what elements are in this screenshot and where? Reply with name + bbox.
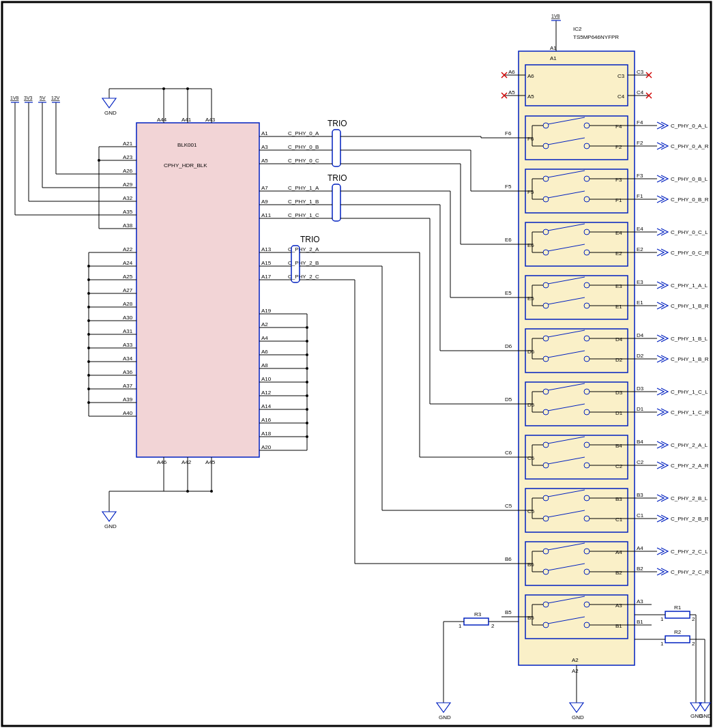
svg-text:A1: A1 (261, 130, 268, 136)
svg-text:C_PHY_1_B_R: C_PHY_1_B_R (671, 303, 709, 309)
trio-label-1: TRIO (328, 173, 347, 183)
svg-text:D1: D1 (615, 410, 623, 416)
svg-text:A10: A10 (261, 376, 272, 382)
svg-text:B1: B1 (637, 619, 643, 625)
block-refdes: BLK001 (177, 142, 197, 148)
svg-text:E4: E4 (615, 230, 622, 236)
svg-text:E4: E4 (637, 226, 643, 232)
rail-5v: 5V (40, 96, 46, 100)
svg-point-73 (87, 292, 90, 295)
svg-text:C6: C6 (505, 450, 512, 456)
svg-text:A3: A3 (637, 598, 643, 605)
svg-text:C_PHY_1_C_R: C_PHY_1_C_R (671, 409, 709, 416)
svg-text:GND: GND (572, 714, 584, 720)
svg-marker-27 (102, 512, 116, 521)
pin-a45: A45 (205, 459, 216, 465)
svg-rect-451 (665, 636, 690, 643)
svg-text:C3: C3 (617, 73, 625, 79)
svg-text:A21: A21 (123, 141, 133, 147)
svg-point-138 (306, 408, 308, 411)
svg-text:D1: D1 (637, 406, 644, 412)
svg-text:F1: F1 (615, 197, 622, 203)
svg-text:B6: B6 (505, 556, 512, 562)
svg-text:F2: F2 (615, 144, 622, 150)
block-cphy-hdr: BLK001 CPHY_HDR_BLK A44 A41 A43 GND A46 (15, 87, 319, 529)
gnd-label-top: GND (104, 110, 117, 116)
pin-a44: A44 (157, 117, 167, 123)
svg-text:C_PHY_2_B_R: C_PHY_2_B_R (671, 516, 709, 522)
svg-text:A13: A13 (261, 246, 272, 252)
svg-text:C_PHY_1_B: C_PHY_1_B (288, 199, 319, 205)
svg-text:A17: A17 (261, 274, 272, 280)
svg-marker-182 (570, 703, 583, 712)
svg-text:D6: D6 (505, 343, 512, 349)
svg-marker-446 (437, 703, 450, 712)
svg-text:F5: F5 (505, 184, 512, 190)
svg-text:2: 2 (692, 641, 695, 647)
svg-text:A5: A5 (527, 93, 534, 100)
svg-text:A33: A33 (123, 342, 133, 348)
svg-text:A27: A27 (123, 287, 133, 293)
svg-point-78 (87, 360, 90, 363)
svg-text:A35: A35 (123, 209, 133, 215)
pin-a43: A43 (205, 117, 216, 123)
svg-point-23 (186, 490, 189, 493)
left-pins-bottom: A22 A24 A25 A27 A28 A30 A31 A33 A34 A36 … (87, 246, 136, 416)
svg-rect-440 (464, 618, 489, 625)
svg-point-71 (87, 265, 90, 267)
svg-text:C1: C1 (615, 516, 623, 523)
svg-text:C_PHY_0_B_L: C_PHY_0_B_L (671, 176, 708, 182)
svg-text:D5: D5 (505, 396, 512, 403)
svg-text:C_PHY_2_C_L: C_PHY_2_C_L (671, 549, 708, 555)
svg-text:C4: C4 (617, 93, 625, 100)
svg-point-75 (87, 319, 90, 322)
svg-rect-142 (332, 184, 340, 221)
svg-text:F3: F3 (615, 177, 622, 183)
svg-point-135 (306, 367, 308, 370)
svg-text:C_PHY_1_C: C_PHY_1_C (288, 212, 319, 218)
svg-text:C_PHY_1_B_R: C_PHY_1_B_R (671, 356, 709, 362)
svg-point-72 (87, 278, 90, 281)
svg-text:A6: A6 (261, 349, 268, 355)
ic-right: IC2 TS5MP646NYFPR 1V8 A1 A1 A6A6 A5A5 C3… (501, 14, 652, 720)
ic-1v8: 1V8 (551, 14, 560, 18)
svg-text:B2: B2 (615, 570, 622, 576)
pin-a41: A41 (181, 117, 192, 123)
svg-text:D2: D2 (637, 353, 644, 359)
svg-text:D5: D5 (527, 402, 535, 408)
svg-text:C_PHY_1_B_L: C_PHY_1_B_L (671, 336, 708, 342)
svg-text:C_PHY_0_B_R: C_PHY_0_B_R (671, 196, 709, 203)
svg-text:A36: A36 (123, 369, 133, 375)
svg-text:E2: E2 (615, 250, 622, 257)
svg-text:A19: A19 (261, 308, 272, 314)
svg-text:A28: A28 (123, 301, 133, 307)
svg-text:A29: A29 (123, 181, 133, 188)
svg-text:C_PHY_2_C: C_PHY_2_C (288, 274, 319, 280)
svg-text:A2: A2 (261, 321, 268, 327)
gnd-label-bot: GND (104, 523, 117, 529)
svg-text:C_PHY_2_B_L: C_PHY_2_B_L (671, 495, 708, 501)
svg-text:A37: A37 (123, 383, 133, 389)
svg-rect-448 (665, 611, 690, 618)
svg-text:A16: A16 (261, 417, 272, 423)
svg-text:B4: B4 (637, 439, 643, 445)
svg-marker-18 (102, 98, 116, 108)
svg-text:B3: B3 (637, 492, 643, 498)
svg-text:A4: A4 (261, 335, 268, 341)
svg-text:C_PHY_2_A_L: C_PHY_2_A_L (671, 442, 708, 448)
svg-text:C_PHY_1_C_L: C_PHY_1_C_L (671, 389, 708, 395)
svg-text:C3: C3 (637, 69, 644, 75)
svg-text:B6: B6 (527, 562, 534, 568)
svg-text:A4: A4 (637, 545, 643, 551)
gnd-top: GND (102, 89, 164, 116)
svg-point-132 (306, 326, 308, 329)
svg-point-134 (306, 353, 308, 356)
svg-text:C6: C6 (527, 455, 535, 461)
ic-part: TS5MP646NYFPR (573, 34, 619, 40)
trio-label-2: TRIO (300, 235, 320, 244)
svg-text:A15: A15 (261, 260, 272, 266)
svg-text:C_PHY_2_A: C_PHY_2_A (288, 246, 319, 252)
svg-point-79 (87, 374, 90, 377)
svg-text:A24: A24 (123, 260, 133, 266)
svg-text:A25: A25 (123, 274, 133, 280)
